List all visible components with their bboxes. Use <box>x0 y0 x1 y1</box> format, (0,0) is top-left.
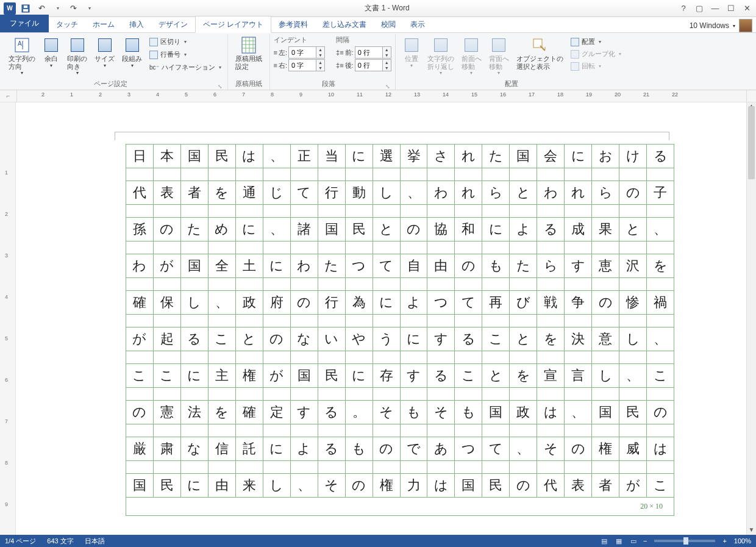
grid-cell: こ <box>126 363 153 388</box>
ruler-tick: 10 <box>328 91 334 98</box>
grid-cell: 起 <box>153 327 180 351</box>
grid-cell: 和 <box>454 217 482 241</box>
wrap-text-button: 文字列の 折り返し▾ <box>424 35 458 77</box>
minimize-icon[interactable]: — <box>710 4 721 13</box>
qat-customize[interactable] <box>82 1 96 16</box>
word-app-icon[interactable]: W <box>2 1 17 16</box>
tab-design[interactable]: デザイン <box>151 16 195 32</box>
tab-page-layout[interactable]: ページ レイアウト <box>195 16 271 33</box>
grid-cell: る <box>454 327 482 351</box>
tab-mailings[interactable]: 差し込み文書 <box>315 16 374 32</box>
align-button[interactable]: 配置 <box>569 37 622 47</box>
view-read-icon[interactable]: ▤ <box>598 536 610 546</box>
ruler-tick: 18 <box>557 91 563 98</box>
grid-cell: う <box>373 327 400 351</box>
size-button[interactable]: サイズ▾ <box>91 35 118 70</box>
tab-file[interactable]: ファイル <box>0 15 49 32</box>
horizontal-ruler-row: ⌐ 212345678910111213141516171819202122 <box>0 90 756 102</box>
scroll-thumb[interactable] <box>748 106 755 179</box>
grid-cell: 表 <box>153 181 180 205</box>
grid-cell: は <box>537 400 564 424</box>
grid-cell: な <box>290 327 318 351</box>
orientation-button[interactable]: 印刷の 向き▾ <box>63 35 91 77</box>
grid-cell: の <box>263 327 290 351</box>
status-word-count[interactable]: 643 文字 <box>47 537 73 546</box>
grid-cell: 、 <box>400 181 427 205</box>
zoom-slider[interactable] <box>654 540 715 542</box>
grid-cell: 存 <box>373 363 400 388</box>
line-numbers-button[interactable]: 行番号 <box>148 49 223 60</box>
vruler-tick: 9 <box>5 501 8 507</box>
grid-row: ここに主権が国民に存することを宣言し、こ <box>126 363 674 388</box>
tab-insert[interactable]: 挿入 <box>122 16 151 32</box>
tab-home[interactable]: ホーム <box>85 16 122 32</box>
grid-cell: れ <box>454 144 482 168</box>
grid-cell: つ <box>454 437 482 461</box>
tab-view[interactable]: 表示 <box>403 16 432 32</box>
grid-cell: 成 <box>564 217 591 241</box>
title-bar: W ↶ ↷ 文書 1 - Word ? ▢ — ☐ ✕ <box>0 0 756 17</box>
save-icon[interactable] <box>18 1 33 16</box>
group-button: グループ化 <box>569 49 622 59</box>
undo-icon[interactable]: ↶ <box>34 1 49 16</box>
undo-dropdown[interactable] <box>50 1 65 16</box>
status-page[interactable]: 1/4 ページ <box>5 537 36 546</box>
grid-cell: の <box>619 181 646 205</box>
grid-cell: つ <box>345 254 373 278</box>
tab-references[interactable]: 参考資料 <box>271 16 315 32</box>
ribbon-options-icon[interactable]: ▢ <box>694 4 705 13</box>
vertical-scrollbar[interactable]: ▲ ▼ <box>746 102 756 535</box>
grid-cell: い <box>318 327 345 351</box>
help-icon[interactable]: ? <box>678 4 689 13</box>
grid-dimensions: 20 × 10 <box>126 498 674 516</box>
hyphenation-button[interactable]: bc⁻ハイフネーション <box>148 62 223 73</box>
ruler-corner[interactable]: ⌐ <box>0 90 17 102</box>
margins-button[interactable]: 余白▾ <box>39 35 63 70</box>
view-print-icon[interactable]: ▦ <box>613 536 625 546</box>
grid-cell: が <box>619 473 646 498</box>
grid-cell: し <box>180 290 208 315</box>
scroll-down-icon[interactable]: ▼ <box>747 526 756 535</box>
document-canvas[interactable]: 日本国民は、正当に選挙された国会における代表者を通じて行動し、われらとわれらの子… <box>16 102 746 535</box>
ruler-tick: 13 <box>414 91 420 98</box>
genkou-settings-button[interactable]: 原稿用紙 設定 <box>232 35 266 71</box>
space-after-input[interactable]: ▲▼ <box>355 59 391 71</box>
zoom-in-icon[interactable]: + <box>720 537 729 545</box>
spacing-header: 間隔 <box>336 35 391 46</box>
tab-touch[interactable]: タッチ <box>49 16 85 32</box>
user-account[interactable]: 10 Windows▾ <box>690 19 756 32</box>
text-direction-button[interactable]: A文字列の 方向▾ <box>5 35 39 77</box>
close-icon[interactable]: ✕ <box>741 4 752 13</box>
status-language[interactable]: 日本語 <box>85 537 105 546</box>
breaks-button[interactable]: 区切り <box>148 37 223 47</box>
zoom-level[interactable]: 100% <box>734 537 751 545</box>
grid-cell: 威 <box>619 437 646 461</box>
view-web-icon[interactable]: ▭ <box>627 536 640 546</box>
page-setup-launcher[interactable]: ⤡ <box>216 84 224 90</box>
grid-cell: れ <box>454 181 482 205</box>
indent-left-input[interactable]: ▲▼ <box>288 46 325 59</box>
vertical-ruler[interactable]: 123456789 <box>0 102 16 535</box>
zoom-out-icon[interactable]: − <box>641 537 649 545</box>
grid-cell: は <box>427 473 454 498</box>
grid-cell: の <box>290 290 318 315</box>
selection-pane-button[interactable]: オブジェクトの 選択と表示 <box>513 35 567 71</box>
space-after-icon: ‡≡ <box>336 62 344 69</box>
paragraph-launcher[interactable]: ⤡ <box>384 84 391 90</box>
maximize-icon[interactable]: ☐ <box>726 4 736 13</box>
grid-cell: 国 <box>509 144 537 168</box>
grid-cell: 政 <box>235 290 263 315</box>
ruler-tick: 15 <box>471 91 477 98</box>
tab-review[interactable]: 校閲 <box>374 16 403 32</box>
grid-row: わが国全土にわたつて自由のもたらす恵沢を <box>126 254 674 278</box>
columns-button[interactable]: 段組み▾ <box>118 35 146 70</box>
indent-right-input[interactable]: ▲▼ <box>288 59 325 71</box>
grid-cell: 国 <box>454 473 482 498</box>
space-before-input[interactable]: ▲▼ <box>355 46 391 59</box>
horizontal-ruler[interactable]: 212345678910111213141516171819202122 <box>17 90 746 102</box>
grid-cell: 来 <box>235 473 263 498</box>
grid-cell: を <box>509 363 537 388</box>
user-name: 10 Windows <box>690 21 729 30</box>
redo-icon[interactable]: ↷ <box>66 1 80 16</box>
send-backward-button: 背面へ 移動▾ <box>485 35 513 77</box>
